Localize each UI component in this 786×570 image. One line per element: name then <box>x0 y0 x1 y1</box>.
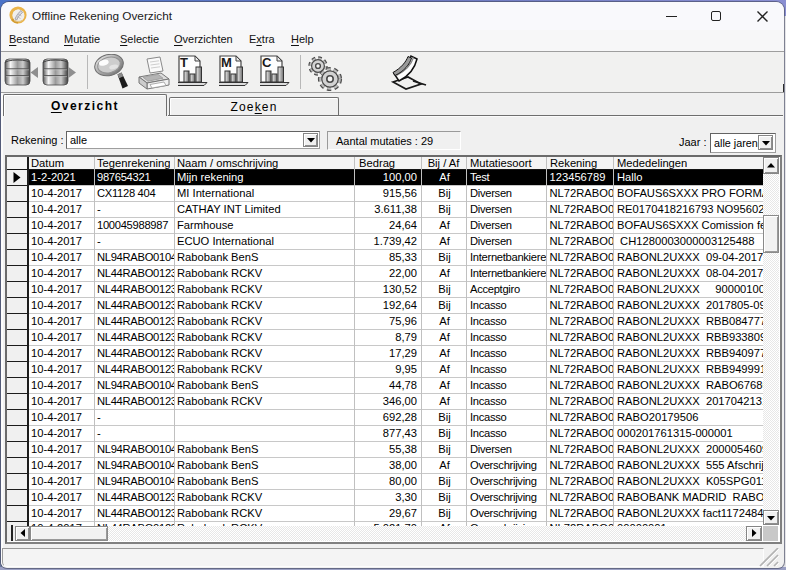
svg-text:T: T <box>180 55 188 70</box>
svg-text:M: M <box>221 55 232 70</box>
svg-text:C: C <box>262 55 272 70</box>
